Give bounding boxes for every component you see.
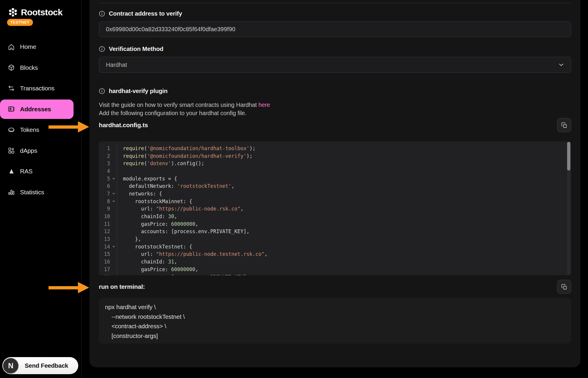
code-line: 12 accounts: [process.env.PRIVATE_KEY], — [99, 228, 571, 236]
code-text: gasPrice: 60000000, — [117, 266, 198, 273]
sidebar-item-blocks[interactable]: Blocks — [0, 61, 81, 74]
line-number: 10 — [99, 213, 110, 219]
sidebar-item-transactions[interactable]: Transactions — [0, 82, 81, 95]
plugin-description: Visit the guide on how to verify smart c… — [99, 101, 571, 117]
line-number: 5 — [99, 176, 110, 182]
code-line: 7 networks: { — [99, 190, 571, 198]
line-number: 18 — [99, 274, 110, 275]
code-scrollbar-track[interactable] — [567, 142, 570, 275]
sidebar-item-label: Statistics — [20, 189, 44, 196]
sidebar-item-label: Tokens — [20, 126, 39, 133]
line-number: 2 — [99, 153, 110, 159]
feedback-label: Send Feedback — [25, 362, 68, 369]
code-line: 15 url: "https://public-node.testnet.rsk… — [99, 251, 571, 258]
code-lines: 1 require('@nomicfoundation/hardhat-tool… — [99, 141, 571, 275]
line-number: 3 — [99, 160, 110, 166]
copy-icon — [561, 284, 567, 290]
home-icon — [8, 43, 15, 51]
code-text: require('@nomicfoundation/hardhat-toolbo… — [117, 145, 255, 152]
sidebar-nav: Home Blocks Transactions Addresses Token… — [0, 40, 81, 199]
ras-triangle-icon — [8, 168, 15, 175]
line-number: 7 — [99, 191, 110, 197]
section-divider — [99, 3, 571, 3]
sidebar-item-ras[interactable]: RAS — [0, 165, 81, 178]
code-line: 13 }, — [99, 235, 571, 243]
code-line: 2 require('@nomicfoundation/hardhat-veri… — [99, 152, 571, 160]
sidebar-item-label: RAS — [20, 168, 33, 175]
code-line: 1 require('@nomicfoundation/hardhat-tool… — [99, 145, 571, 152]
fold-chevron-icon — [110, 245, 117, 248]
line-number: 15 — [99, 251, 110, 257]
info-icon[interactable] — [99, 46, 105, 52]
sidebar-item-addresses[interactable]: Addresses — [0, 100, 74, 119]
code-text: rootstockMainnet: { — [117, 198, 192, 205]
code-text: chainId: 31, — [117, 258, 177, 266]
sidebar-item-label: Addresses — [20, 106, 51, 113]
statistics-bars-icon — [8, 188, 15, 196]
verification-method-select[interactable]: Hardhat — [99, 57, 571, 73]
sidebar-item-label: Blocks — [20, 64, 38, 71]
sidebar-item-statistics[interactable]: Statistics — [0, 186, 81, 199]
code-text: accounts: [process.env.PRIVATE_KEY], — [117, 273, 249, 275]
sidebar: Rootstock TESTNET Home Blocks Transactio… — [0, 0, 81, 378]
verification-method-label: Verification Method — [109, 45, 163, 52]
sidebar-item-home[interactable]: Home — [0, 40, 81, 53]
code-line: 9 url: "https://public-node.rsk.co", — [99, 205, 571, 213]
config-instruction: Add the following configuration to your … — [99, 110, 246, 116]
code-line: 10 chainId: 30, — [99, 213, 571, 220]
code-line: 4 — [99, 167, 571, 175]
verify-contract-form: Contract address to verify 0x69980d00c0a… — [89, 3, 580, 344]
code-scrollbar-thumb[interactable] — [567, 142, 570, 170]
chevron-down-icon — [558, 61, 565, 68]
sidebar-item-dapps[interactable]: dApps — [0, 144, 81, 157]
copy-icon — [561, 122, 567, 128]
code-line: 14 rootstockTestnet: { — [99, 243, 571, 251]
rootstock-flower-icon — [7, 6, 19, 18]
fold-chevron-icon — [110, 200, 117, 203]
line-number: 8 — [99, 198, 110, 204]
code-text — [117, 167, 123, 175]
main-panel: Contract address to verify 0x69980d00c0a… — [89, 0, 580, 367]
code-text: chainId: 30, — [117, 213, 177, 220]
annotation-arrow-config — [49, 121, 89, 132]
copy-command-button[interactable] — [557, 280, 571, 294]
info-icon[interactable] — [99, 11, 105, 17]
code-line: 3 require('dotenv').config(); — [99, 160, 571, 167]
code-line: 16 chainId: 31, — [99, 258, 571, 266]
line-number: 14 — [99, 244, 110, 250]
guide-here-link[interactable]: here — [259, 102, 270, 108]
code-line: 11 gasPrice: 60000000, — [99, 220, 571, 228]
brand-logo[interactable]: Rootstock — [0, 0, 81, 18]
sidebar-item-label: Transactions — [20, 85, 54, 92]
send-feedback-button[interactable]: N Send Feedback — [2, 357, 78, 374]
dapps-grid-plus-icon — [8, 147, 15, 154]
brand-name: Rootstock — [21, 7, 62, 17]
verification-method-value: Hardhat — [106, 62, 127, 68]
copy-config-button[interactable] — [557, 118, 571, 132]
terminal-command-block: npx hardhat verify \--network rootstockT… — [99, 298, 571, 344]
code-text: rootstockTestnet: { — [117, 243, 192, 251]
code-text: require('dotenv').config(); — [117, 160, 204, 167]
contract-address-input[interactable]: 0x69980d00c0a82d333240f0c85f64f0dfae399f… — [99, 21, 571, 37]
line-number: 17 — [99, 266, 110, 272]
code-text: defaultNetwork: 'rootstockTestnet', — [117, 182, 234, 190]
code-line: 5 module.exports = { — [99, 175, 571, 183]
code-line: 18 accounts: [process.env.PRIVATE_KEY], — [99, 273, 571, 275]
info-icon[interactable] — [99, 88, 105, 94]
line-number: 16 — [99, 259, 110, 265]
terminal-command-line: <contract-address> \ — [105, 321, 565, 331]
line-number: 4 — [99, 168, 110, 174]
blocks-cube-icon — [8, 64, 15, 71]
code-text: networks: { — [117, 190, 162, 198]
line-number: 12 — [99, 228, 110, 234]
testnet-badge: TESTNET — [7, 19, 33, 26]
line-number: 11 — [99, 221, 110, 227]
address-card-icon — [8, 105, 15, 113]
feedback-avatar: N — [3, 358, 19, 374]
plugin-title: hardhat-verify plugin — [109, 87, 168, 94]
code-text: gasPrice: 60000000, — [117, 220, 198, 228]
code-text: module.exports = { — [117, 175, 177, 183]
line-number: 1 — [99, 145, 110, 151]
config-file-heading: hardhat.config.ts — [99, 122, 148, 129]
terminal-command-line: npx hardhat verify \ — [105, 302, 565, 312]
